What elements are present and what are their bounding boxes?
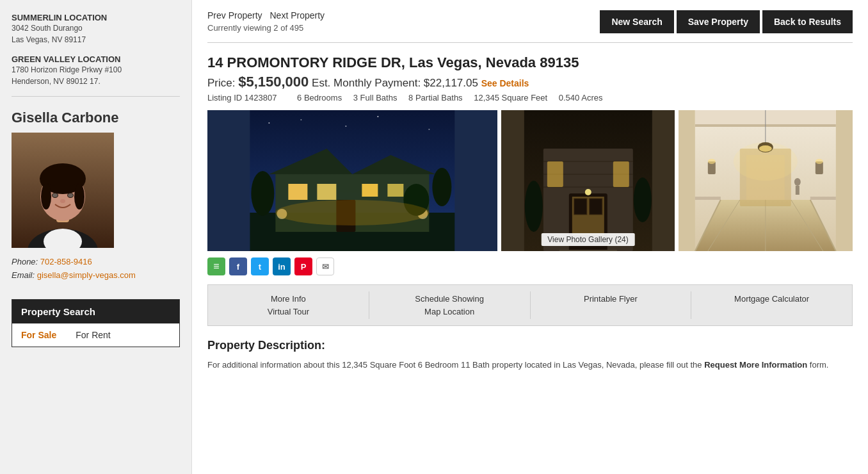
agent-phone: Phone: 702-858-9416	[12, 257, 180, 266]
svg-point-32	[251, 171, 274, 216]
svg-point-20	[428, 129, 430, 130]
phone-label: Phone:	[12, 257, 38, 266]
svg-rect-45	[547, 161, 563, 187]
prev-property-link[interactable]: Prev Property	[207, 10, 262, 20]
svg-point-13	[68, 193, 73, 197]
svg-rect-25	[288, 184, 307, 200]
see-details-link[interactable]: See Details	[481, 78, 529, 88]
twitter-icon[interactable]: t	[251, 257, 269, 275]
summerlin-location-address: 3042 South Durango	[12, 22, 180, 34]
svg-rect-27	[362, 184, 378, 197]
view-gallery-label[interactable]: View Photo Gallery (24)	[541, 233, 635, 246]
bedrooms: 6 Bedrooms	[297, 93, 342, 102]
next-property-link[interactable]: Next Property	[269, 10, 325, 20]
svg-rect-67	[810, 197, 836, 200]
svg-point-35	[275, 200, 429, 225]
tab-schedule-showing[interactable]: Schedule Showing Map Location	[369, 291, 531, 319]
photo-center[interactable]: View Photo Gallery (24)	[501, 110, 675, 251]
photo-right[interactable]	[679, 110, 853, 251]
email-link[interactable]: gisella@simply-vegas.com	[37, 270, 136, 280]
tab-schedule-showing-label: Schedule Showing	[374, 293, 525, 306]
svg-point-48	[585, 189, 591, 195]
description-text: For additional information about this 12…	[207, 359, 853, 372]
phone-link[interactable]: 702-858-9416	[40, 257, 92, 266]
acres: 0.540 Acres	[559, 93, 603, 102]
square-feet: 12,345 Square Feet	[474, 93, 547, 102]
tab-printable-flyer[interactable]: Printable Flyer	[531, 291, 692, 319]
svg-rect-66	[695, 197, 721, 200]
tab-for-rent[interactable]: For Rent	[76, 330, 110, 340]
svg-rect-73	[796, 186, 800, 195]
agent-photo	[12, 133, 114, 248]
main-content: Prev Property Next Property Currently vi…	[192, 0, 868, 474]
summerlin-location: SUMMERLIN LOCATION 3042 South Durango La…	[12, 13, 180, 45]
email-label: Email:	[12, 270, 35, 280]
svg-point-50	[634, 177, 652, 222]
description-title: Property Description:	[207, 339, 853, 352]
greenvalley-location-address: 1780 Horizon Ridge Prkwy #100	[12, 64, 180, 76]
svg-point-49	[525, 181, 543, 232]
summerlin-location-city: Las Vegas, NV 89117	[12, 34, 180, 45]
tab-virtual-tour-label[interactable]: Virtual Tour	[213, 306, 364, 318]
svg-rect-47	[559, 250, 617, 251]
description-text-part2: form.	[807, 360, 828, 370]
svg-point-33	[432, 168, 451, 206]
svg-point-16	[268, 122, 269, 124]
svg-point-18	[345, 126, 346, 127]
save-property-button[interactable]: Save Property	[677, 10, 760, 33]
svg-rect-44	[590, 199, 602, 215]
top-nav-buttons: New Search Save Property Back to Results	[600, 10, 853, 33]
svg-rect-46	[613, 161, 629, 187]
greenvalley-location: GREEN VALLEY LOCATION 1780 Horizon Ridge…	[12, 54, 180, 87]
photo-main[interactable]	[207, 110, 497, 251]
agent-name: Gisella Carbone	[12, 110, 180, 126]
request-more-info-link[interactable]: Request More Information	[704, 360, 807, 370]
greenvalley-location-city: Henderson, NV 89012 17.	[12, 76, 180, 87]
svg-point-65	[734, 142, 798, 181]
sidebar: SUMMERLIN LOCATION 3042 South Durango La…	[0, 0, 192, 474]
est-payment: $22,117.05	[424, 77, 478, 89]
property-meta: Listing ID 1423807 6 Bedrooms 3 Full Bat…	[207, 93, 853, 102]
tab-printable-flyer-label: Printable Flyer	[536, 293, 686, 306]
tab-for-sale[interactable]: For Sale	[21, 330, 56, 340]
share-icon[interactable]: ≡	[207, 257, 225, 275]
svg-point-8	[74, 184, 84, 209]
tab-mortgage-calculator[interactable]: Mortgage Calculator	[691, 291, 852, 319]
new-search-button[interactable]: New Search	[600, 10, 673, 33]
property-price: $5,150,000	[238, 74, 309, 90]
tab-mortgage-calculator-label: Mortgage Calculator	[696, 293, 847, 306]
property-search-box: Property Search For Sale For Rent	[12, 299, 180, 347]
tab-map-location-label[interactable]: Map Location	[374, 306, 525, 318]
svg-point-12	[52, 193, 58, 197]
price-label: Price:	[207, 77, 235, 89]
back-to-results-button[interactable]: Back to Results	[762, 10, 853, 33]
top-nav-left: Prev Property Next Property Currently vi…	[207, 10, 325, 33]
full-baths: 3 Full Baths	[353, 93, 398, 102]
svg-point-69	[708, 159, 716, 164]
linkedin-icon[interactable]: in	[273, 257, 291, 275]
property-search-tabs: For Sale For Rent	[12, 323, 179, 347]
partial-baths: 8 Partial Baths	[408, 93, 463, 102]
top-nav: Prev Property Next Property Currently vi…	[207, 10, 853, 43]
summerlin-location-name: SUMMERLIN LOCATION	[12, 13, 180, 22]
tab-more-info[interactable]: More Info Virtual Tour	[208, 291, 369, 319]
svg-point-14	[60, 199, 65, 203]
facebook-icon[interactable]: f	[229, 257, 247, 275]
tab-more-info-label: More Info	[213, 293, 364, 306]
property-price-line: Price: $5,150,000 Est. Monthly Payment: …	[207, 74, 853, 90]
svg-rect-43	[574, 199, 587, 215]
svg-point-17	[300, 119, 301, 120]
prop-nav-links: Prev Property Next Property	[207, 10, 325, 20]
svg-rect-26	[317, 184, 336, 200]
description-text-part1: For additional information about this 12…	[207, 360, 704, 370]
property-search-header: Property Search	[12, 300, 179, 323]
svg-point-72	[794, 178, 801, 186]
pinterest-icon[interactable]: P	[294, 257, 312, 275]
svg-point-7	[41, 184, 51, 209]
email-share-icon[interactable]: ✉	[316, 257, 334, 275]
est-payment-label: Est. Monthly Payment:	[312, 77, 424, 89]
svg-point-19	[377, 116, 378, 117]
listing-id: Listing ID 1423807	[207, 93, 285, 102]
photos-grid: View Photo Gallery (24)	[207, 110, 853, 251]
svg-rect-28	[387, 184, 403, 197]
